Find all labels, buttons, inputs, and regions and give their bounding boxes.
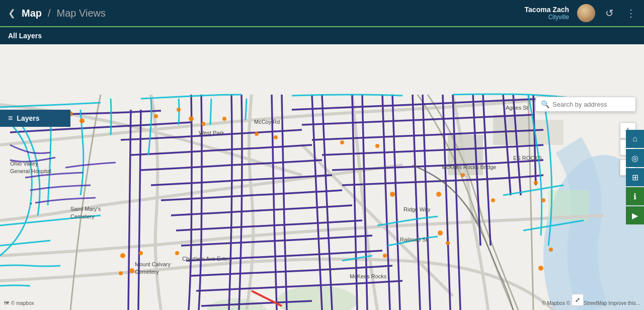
svg-point-13 xyxy=(201,122,205,126)
layers2-button[interactable]: ⊞ xyxy=(626,168,644,186)
svg-point-22 xyxy=(491,198,495,202)
svg-point-27 xyxy=(119,271,123,275)
search-bar: 🔍 xyxy=(535,97,636,112)
svg-point-20 xyxy=(436,192,441,197)
page-subtitle: Map Views xyxy=(57,8,106,19)
svg-point-10 xyxy=(154,114,158,118)
svg-point-19 xyxy=(390,192,395,197)
menu-button[interactable]: ⋮ xyxy=(624,5,638,21)
mapbox-logo: 🗺 xyxy=(4,300,9,306)
svg-point-29 xyxy=(175,251,179,255)
svg-point-32 xyxy=(383,254,387,258)
user-name: Tacoma Zach xyxy=(525,6,569,14)
svg-point-16 xyxy=(274,135,278,139)
collapse-button[interactable]: ❮ xyxy=(6,7,18,20)
attribution-right-text: © Mapbox © OpenStreetMap Improve this... xyxy=(542,300,640,306)
page-title-separator: / xyxy=(48,8,51,19)
svg-point-33 xyxy=(538,266,543,271)
play-button[interactable]: ▶ xyxy=(626,206,644,224)
svg-point-30 xyxy=(438,230,443,236)
side-actions: ⌂ ◎ ⊞ ℹ ▶ xyxy=(626,130,644,224)
svg-point-21 xyxy=(461,173,465,177)
user-info: Tacoma Zach Cityville xyxy=(525,6,569,21)
svg-point-15 xyxy=(255,132,259,136)
app-header: ❮ Map / Map Views Tacoma Zach Cityville … xyxy=(0,0,644,26)
svg-point-23 xyxy=(534,181,538,185)
svg-point-31 xyxy=(446,241,450,245)
user-org: Cityville xyxy=(525,14,569,21)
all-layers-bar: All Layers xyxy=(0,26,644,44)
svg-point-34 xyxy=(549,248,553,252)
svg-point-28 xyxy=(129,268,134,273)
svg-point-25 xyxy=(120,253,125,258)
page-title-map: Map xyxy=(22,8,42,19)
svg-point-12 xyxy=(189,116,194,121)
search-icon: 🔍 xyxy=(541,100,549,108)
svg-point-18 xyxy=(375,144,379,148)
layers-panel[interactable]: ≡ Layers xyxy=(0,110,70,127)
map-container[interactable]: West Park Ohio ValleyGeneral Hospital Sa… xyxy=(0,44,644,310)
svg-point-24 xyxy=(541,198,545,202)
expand-button[interactable]: ⤢ xyxy=(572,294,584,306)
svg-point-26 xyxy=(139,251,143,255)
avatar-image xyxy=(577,4,595,22)
attribution-left: 🗺 © mapbox xyxy=(4,300,34,306)
svg-point-11 xyxy=(177,108,181,112)
svg-point-9 xyxy=(79,118,85,123)
history-button[interactable]: ↺ xyxy=(603,5,616,21)
avatar[interactable] xyxy=(577,4,595,22)
all-layers-label: All Layers xyxy=(8,32,42,40)
header-right: Tacoma Zach Cityville ↺ ⋮ xyxy=(525,4,638,22)
layers-icon: ≡ xyxy=(8,114,13,123)
attribution-right: © Mapbox © OpenStreetMap Improve this... xyxy=(542,300,640,306)
svg-point-17 xyxy=(340,140,344,144)
locate-button[interactable]: ◎ xyxy=(626,149,644,167)
map-svg xyxy=(0,44,644,310)
home-button[interactable]: ⌂ xyxy=(626,130,644,148)
layers-label: Layers xyxy=(17,114,39,122)
header-left: ❮ Map / Map Views xyxy=(6,7,106,20)
info-button[interactable]: ℹ xyxy=(626,187,644,205)
search-input[interactable] xyxy=(552,101,630,108)
svg-point-14 xyxy=(222,117,226,121)
attribution-text: © mapbox xyxy=(11,300,34,306)
